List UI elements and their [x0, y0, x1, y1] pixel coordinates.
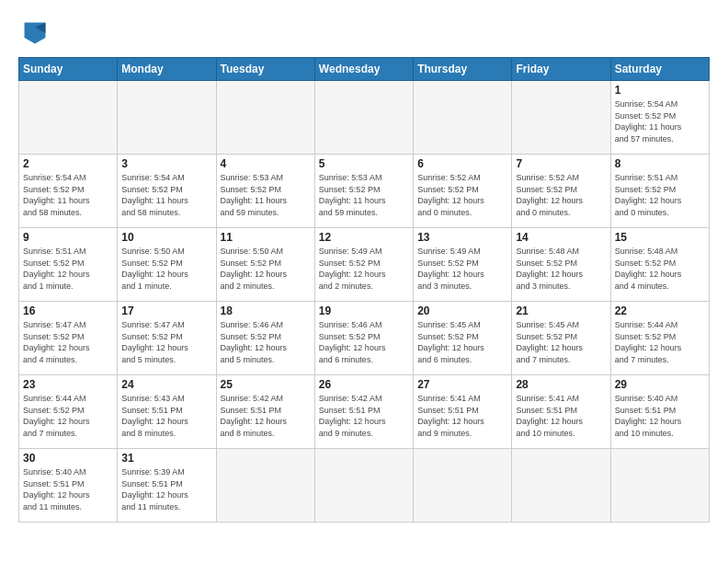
- day-number: 8: [615, 157, 705, 170]
- calendar-cell: 2Sunrise: 5:54 AM Sunset: 5:52 PM Daylig…: [19, 155, 118, 228]
- day-info: Sunrise: 5:50 AM Sunset: 5:52 PM Dayligh…: [121, 246, 211, 292]
- weekday-wednesday: Wednesday: [314, 58, 413, 81]
- calendar-cell: 15Sunrise: 5:48 AM Sunset: 5:52 PM Dayli…: [610, 228, 709, 302]
- day-number: 11: [221, 231, 311, 244]
- day-info: Sunrise: 5:43 AM Sunset: 5:51 PM Dayligh…: [121, 393, 211, 439]
- calendar-cell: 8Sunrise: 5:51 AM Sunset: 5:52 PM Daylig…: [610, 155, 709, 228]
- day-info: Sunrise: 5:49 AM Sunset: 5:52 PM Dayligh…: [319, 246, 409, 292]
- day-number: 20: [417, 304, 507, 317]
- calendar-cell: [414, 449, 512, 523]
- calendar-cell: 11Sunrise: 5:50 AM Sunset: 5:52 PM Dayli…: [216, 228, 314, 302]
- calendar-week-0: 1Sunrise: 5:54 AM Sunset: 5:52 PM Daylig…: [19, 81, 710, 155]
- day-number: 18: [221, 304, 311, 317]
- day-number: 12: [319, 231, 409, 244]
- calendar-cell: 1Sunrise: 5:54 AM Sunset: 5:52 PM Daylig…: [610, 81, 709, 155]
- day-info: Sunrise: 5:44 AM Sunset: 5:52 PM Dayligh…: [23, 393, 113, 439]
- day-number: 19: [319, 304, 409, 317]
- weekday-header-row: SundayMondayTuesdayWednesdayThursdayFrid…: [19, 58, 710, 81]
- calendar-cell: [118, 81, 216, 155]
- calendar-header: SundayMondayTuesdayWednesdayThursdayFrid…: [19, 58, 710, 81]
- calendar-week-3: 16Sunrise: 5:47 AM Sunset: 5:52 PM Dayli…: [19, 302, 710, 375]
- day-number: 29: [615, 378, 705, 391]
- day-number: 27: [417, 378, 507, 391]
- calendar-cell: 22Sunrise: 5:44 AM Sunset: 5:52 PM Dayli…: [610, 302, 709, 375]
- day-number: 31: [121, 452, 211, 465]
- page: SundayMondayTuesdayWednesdayThursdayFrid…: [0, 0, 728, 563]
- day-info: Sunrise: 5:53 AM Sunset: 5:52 PM Dayligh…: [221, 172, 311, 218]
- day-info: Sunrise: 5:46 AM Sunset: 5:52 PM Dayligh…: [319, 319, 409, 365]
- day-info: Sunrise: 5:48 AM Sunset: 5:52 PM Dayligh…: [516, 246, 606, 292]
- day-info: Sunrise: 5:39 AM Sunset: 5:51 PM Dayligh…: [121, 466, 211, 512]
- day-info: Sunrise: 5:45 AM Sunset: 5:52 PM Dayligh…: [516, 319, 606, 365]
- calendar-cell: 17Sunrise: 5:47 AM Sunset: 5:52 PM Dayli…: [118, 302, 216, 375]
- weekday-friday: Friday: [512, 58, 610, 81]
- calendar-cell: 3Sunrise: 5:54 AM Sunset: 5:52 PM Daylig…: [118, 155, 216, 228]
- calendar-cell: 20Sunrise: 5:45 AM Sunset: 5:52 PM Dayli…: [414, 302, 512, 375]
- day-number: 25: [221, 378, 311, 391]
- calendar-cell: [414, 81, 512, 155]
- calendar-table: SundayMondayTuesdayWednesdayThursdayFrid…: [18, 57, 710, 523]
- day-number: 26: [319, 378, 409, 391]
- day-number: 21: [516, 304, 606, 317]
- day-number: 10: [121, 231, 211, 244]
- logo: [18, 17, 57, 50]
- weekday-tuesday: Tuesday: [216, 58, 314, 81]
- day-number: 3: [121, 157, 211, 170]
- calendar-cell: 7Sunrise: 5:52 AM Sunset: 5:52 PM Daylig…: [512, 155, 610, 228]
- day-number: 13: [417, 231, 507, 244]
- day-info: Sunrise: 5:50 AM Sunset: 5:52 PM Dayligh…: [221, 246, 311, 292]
- calendar-cell: 25Sunrise: 5:42 AM Sunset: 5:51 PM Dayli…: [216, 375, 314, 449]
- day-number: 16: [23, 304, 113, 317]
- weekday-monday: Monday: [118, 58, 216, 81]
- calendar-cell: 28Sunrise: 5:41 AM Sunset: 5:51 PM Dayli…: [512, 375, 610, 449]
- day-info: Sunrise: 5:54 AM Sunset: 5:52 PM Dayligh…: [615, 98, 705, 144]
- day-number: 7: [516, 157, 606, 170]
- calendar-week-5: 30Sunrise: 5:40 AM Sunset: 5:51 PM Dayli…: [19, 449, 710, 523]
- calendar-cell: 23Sunrise: 5:44 AM Sunset: 5:52 PM Dayli…: [19, 375, 118, 449]
- calendar-cell: 30Sunrise: 5:40 AM Sunset: 5:51 PM Dayli…: [19, 449, 118, 523]
- weekday-sunday: Sunday: [19, 58, 118, 81]
- day-info: Sunrise: 5:53 AM Sunset: 5:52 PM Dayligh…: [319, 172, 409, 218]
- calendar-cell: [512, 449, 610, 523]
- day-number: 15: [615, 231, 705, 244]
- day-number: 1: [615, 84, 705, 97]
- day-number: 5: [319, 157, 409, 170]
- calendar-cell: 12Sunrise: 5:49 AM Sunset: 5:52 PM Dayli…: [314, 228, 413, 302]
- calendar-cell: 24Sunrise: 5:43 AM Sunset: 5:51 PM Dayli…: [118, 375, 216, 449]
- day-number: 28: [516, 378, 606, 391]
- day-number: 23: [23, 378, 113, 391]
- day-number: 24: [121, 378, 211, 391]
- calendar-cell: [216, 81, 314, 155]
- day-info: Sunrise: 5:41 AM Sunset: 5:51 PM Dayligh…: [516, 393, 606, 439]
- day-number: 14: [516, 231, 606, 244]
- day-info: Sunrise: 5:52 AM Sunset: 5:52 PM Dayligh…: [417, 172, 507, 218]
- calendar-week-2: 9Sunrise: 5:51 AM Sunset: 5:52 PM Daylig…: [19, 228, 710, 302]
- generalblue-logo-icon: [18, 17, 51, 50]
- calendar-cell: 6Sunrise: 5:52 AM Sunset: 5:52 PM Daylig…: [414, 155, 512, 228]
- calendar-cell: [19, 81, 118, 155]
- day-info: Sunrise: 5:40 AM Sunset: 5:51 PM Dayligh…: [23, 466, 113, 512]
- calendar-cell: 13Sunrise: 5:49 AM Sunset: 5:52 PM Dayli…: [414, 228, 512, 302]
- calendar-cell: 5Sunrise: 5:53 AM Sunset: 5:52 PM Daylig…: [314, 155, 413, 228]
- calendar-cell: 21Sunrise: 5:45 AM Sunset: 5:52 PM Dayli…: [512, 302, 610, 375]
- calendar-cell: 14Sunrise: 5:48 AM Sunset: 5:52 PM Dayli…: [512, 228, 610, 302]
- calendar-cell: [314, 449, 413, 523]
- day-number: 30: [23, 452, 113, 465]
- day-number: 6: [417, 157, 507, 170]
- weekday-thursday: Thursday: [414, 58, 512, 81]
- day-info: Sunrise: 5:54 AM Sunset: 5:52 PM Dayligh…: [121, 172, 211, 218]
- calendar-cell: [610, 449, 709, 523]
- day-info: Sunrise: 5:47 AM Sunset: 5:52 PM Dayligh…: [121, 319, 211, 365]
- day-info: Sunrise: 5:52 AM Sunset: 5:52 PM Dayligh…: [516, 172, 606, 218]
- day-number: 9: [23, 231, 113, 244]
- day-info: Sunrise: 5:41 AM Sunset: 5:51 PM Dayligh…: [417, 393, 507, 439]
- day-info: Sunrise: 5:49 AM Sunset: 5:52 PM Dayligh…: [417, 246, 507, 292]
- day-info: Sunrise: 5:51 AM Sunset: 5:52 PM Dayligh…: [615, 172, 705, 218]
- day-info: Sunrise: 5:42 AM Sunset: 5:51 PM Dayligh…: [221, 393, 311, 439]
- day-number: 4: [221, 157, 311, 170]
- calendar-cell: 16Sunrise: 5:47 AM Sunset: 5:52 PM Dayli…: [19, 302, 118, 375]
- day-info: Sunrise: 5:45 AM Sunset: 5:52 PM Dayligh…: [417, 319, 507, 365]
- day-number: 22: [615, 304, 705, 317]
- day-info: Sunrise: 5:40 AM Sunset: 5:51 PM Dayligh…: [615, 393, 705, 439]
- calendar-cell: 31Sunrise: 5:39 AM Sunset: 5:51 PM Dayli…: [118, 449, 216, 523]
